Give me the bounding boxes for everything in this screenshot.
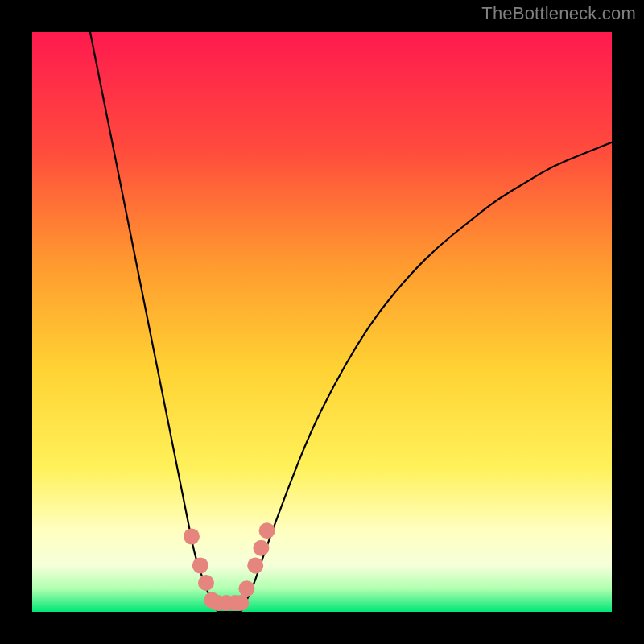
data-marker: [198, 575, 214, 591]
chart-frame: TheBottleneck.com: [0, 0, 644, 644]
data-marker: [238, 580, 254, 597]
data-marker: [259, 522, 275, 539]
data-marker: [253, 540, 269, 556]
watermark-text: TheBottleneck.com: [481, 3, 636, 24]
data-marker: [184, 528, 200, 544]
data-marker: [247, 557, 263, 573]
plot-area: [32, 32, 612, 612]
data-marker: [192, 557, 208, 573]
data-marker: [233, 595, 249, 611]
marker-layer: [32, 32, 612, 612]
